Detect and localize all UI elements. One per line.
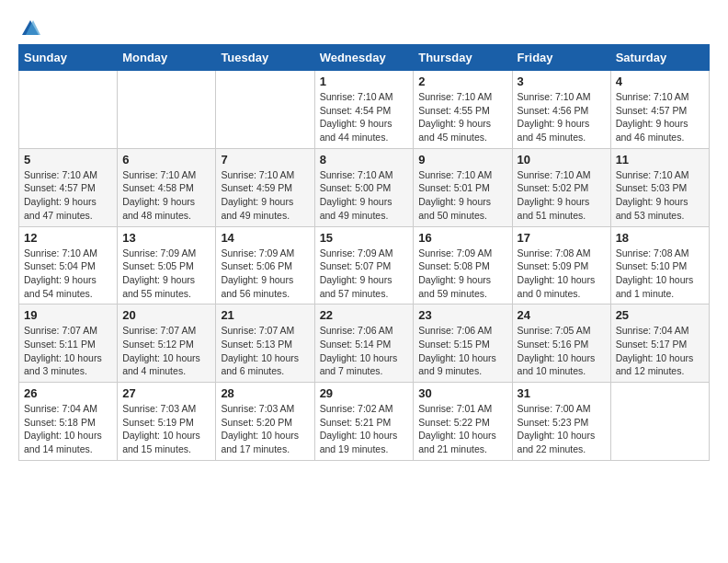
calendar-week-row: 1Sunrise: 7:10 AM Sunset: 4:54 PM Daylig…	[19, 71, 710, 149]
day-info: Sunrise: 7:10 AM Sunset: 4:54 PM Dayligh…	[320, 90, 409, 144]
day-info: Sunrise: 7:02 AM Sunset: 5:21 PM Dayligh…	[320, 402, 409, 456]
calendar-cell: 2Sunrise: 7:10 AM Sunset: 4:55 PM Daylig…	[414, 71, 512, 149]
day-info: Sunrise: 7:07 AM Sunset: 5:13 PM Dayligh…	[221, 324, 309, 378]
day-number: 19	[24, 308, 112, 322]
calendar-week-row: 12Sunrise: 7:10 AM Sunset: 5:04 PM Dayli…	[19, 226, 710, 304]
calendar-header-sunday: Sunday	[19, 45, 118, 71]
day-info: Sunrise: 7:10 AM Sunset: 5:00 PM Dayligh…	[320, 168, 409, 223]
calendar-cell: 20Sunrise: 7:07 AM Sunset: 5:12 PM Dayli…	[118, 304, 216, 383]
calendar-cell: 15Sunrise: 7:09 AM Sunset: 5:07 PM Dayli…	[314, 226, 414, 304]
day-info: Sunrise: 7:10 AM Sunset: 5:02 PM Dayligh…	[518, 168, 606, 223]
day-number: 9	[418, 153, 506, 167]
day-number: 11	[616, 153, 704, 167]
day-number: 13	[122, 231, 210, 245]
day-info: Sunrise: 7:04 AM Sunset: 5:18 PM Dayligh…	[24, 402, 112, 456]
day-info: Sunrise: 7:10 AM Sunset: 4:56 PM Dayligh…	[518, 90, 606, 144]
calendar-cell: 19Sunrise: 7:07 AM Sunset: 5:11 PM Dayli…	[19, 304, 118, 383]
calendar-cell: 7Sunrise: 7:10 AM Sunset: 4:59 PM Daylig…	[216, 148, 314, 226]
day-info: Sunrise: 7:10 AM Sunset: 5:03 PM Dayligh…	[616, 168, 704, 223]
day-number: 28	[221, 386, 309, 400]
day-info: Sunrise: 7:07 AM Sunset: 5:11 PM Dayligh…	[24, 324, 112, 378]
calendar-cell: 14Sunrise: 7:09 AM Sunset: 5:06 PM Dayli…	[216, 226, 314, 304]
day-number: 7	[221, 153, 309, 167]
day-info: Sunrise: 7:01 AM Sunset: 5:22 PM Dayligh…	[418, 402, 506, 456]
calendar-cell: 1Sunrise: 7:10 AM Sunset: 4:54 PM Daylig…	[314, 71, 414, 149]
day-number: 16	[418, 231, 506, 245]
day-number: 23	[418, 308, 506, 322]
day-number: 12	[24, 231, 112, 245]
calendar-header-monday: Monday	[118, 45, 216, 71]
calendar-cell: 5Sunrise: 7:10 AM Sunset: 4:57 PM Daylig…	[19, 148, 118, 226]
calendar-cell: 4Sunrise: 7:10 AM Sunset: 4:57 PM Daylig…	[610, 71, 709, 149]
day-info: Sunrise: 7:03 AM Sunset: 5:20 PM Dayligh…	[221, 402, 309, 456]
calendar-cell: 12Sunrise: 7:10 AM Sunset: 5:04 PM Dayli…	[19, 226, 118, 304]
day-info: Sunrise: 7:08 AM Sunset: 5:10 PM Dayligh…	[616, 247, 704, 301]
calendar-header-thursday: Thursday	[414, 45, 512, 71]
calendar-cell: 24Sunrise: 7:05 AM Sunset: 5:16 PM Dayli…	[512, 304, 610, 383]
day-number: 26	[24, 386, 112, 400]
day-info: Sunrise: 7:09 AM Sunset: 5:06 PM Dayligh…	[221, 247, 309, 301]
calendar-cell: 16Sunrise: 7:09 AM Sunset: 5:08 PM Dayli…	[414, 226, 512, 304]
day-info: Sunrise: 7:09 AM Sunset: 5:07 PM Dayligh…	[320, 247, 409, 301]
day-number: 17	[518, 231, 606, 245]
day-number: 29	[320, 386, 409, 400]
calendar-cell: 22Sunrise: 7:06 AM Sunset: 5:14 PM Dayli…	[314, 304, 414, 383]
calendar-cell: 30Sunrise: 7:01 AM Sunset: 5:22 PM Dayli…	[414, 383, 512, 461]
calendar-cell: 26Sunrise: 7:04 AM Sunset: 5:18 PM Dayli…	[19, 383, 118, 461]
day-number: 24	[518, 308, 606, 322]
calendar-cell: 28Sunrise: 7:03 AM Sunset: 5:20 PM Dayli…	[216, 383, 314, 461]
day-number: 2	[418, 75, 506, 88]
calendar-cell	[610, 383, 709, 461]
day-info: Sunrise: 7:10 AM Sunset: 4:57 PM Dayligh…	[616, 90, 704, 144]
day-number: 20	[122, 308, 210, 322]
calendar-cell: 18Sunrise: 7:08 AM Sunset: 5:10 PM Dayli…	[610, 226, 709, 304]
calendar-cell: 6Sunrise: 7:10 AM Sunset: 4:58 PM Daylig…	[118, 148, 216, 226]
calendar-cell	[216, 71, 314, 149]
calendar-cell: 31Sunrise: 7:00 AM Sunset: 5:23 PM Dayli…	[512, 383, 610, 461]
day-info: Sunrise: 7:10 AM Sunset: 5:01 PM Dayligh…	[418, 168, 506, 223]
day-number: 4	[616, 75, 704, 88]
calendar-cell: 8Sunrise: 7:10 AM Sunset: 5:00 PM Daylig…	[314, 148, 414, 226]
day-number: 14	[221, 231, 309, 245]
day-info: Sunrise: 7:00 AM Sunset: 5:23 PM Dayligh…	[518, 402, 606, 456]
day-info: Sunrise: 7:10 AM Sunset: 4:55 PM Dayligh…	[418, 90, 506, 144]
calendar-week-row: 5Sunrise: 7:10 AM Sunset: 4:57 PM Daylig…	[19, 148, 710, 226]
day-number: 18	[616, 231, 704, 245]
calendar-cell: 27Sunrise: 7:03 AM Sunset: 5:19 PM Dayli…	[118, 383, 216, 461]
day-info: Sunrise: 7:09 AM Sunset: 5:05 PM Dayligh…	[122, 247, 210, 301]
calendar-week-row: 26Sunrise: 7:04 AM Sunset: 5:18 PM Dayli…	[19, 383, 710, 461]
calendar-cell: 11Sunrise: 7:10 AM Sunset: 5:03 PM Dayli…	[610, 148, 709, 226]
calendar-header-wednesday: Wednesday	[314, 45, 414, 71]
day-info: Sunrise: 7:06 AM Sunset: 5:14 PM Dayligh…	[320, 324, 409, 378]
day-number: 31	[518, 386, 606, 400]
calendar-table: SundayMondayTuesdayWednesdayThursdayFrid…	[18, 44, 710, 461]
day-number: 30	[418, 386, 506, 400]
calendar-cell: 3Sunrise: 7:10 AM Sunset: 4:56 PM Daylig…	[512, 71, 610, 149]
day-number: 10	[518, 153, 606, 167]
calendar-cell: 13Sunrise: 7:09 AM Sunset: 5:05 PM Dayli…	[118, 226, 216, 304]
calendar-cell: 17Sunrise: 7:08 AM Sunset: 5:09 PM Dayli…	[512, 226, 610, 304]
day-number: 3	[518, 75, 606, 88]
calendar-week-row: 19Sunrise: 7:07 AM Sunset: 5:11 PM Dayli…	[19, 304, 710, 383]
calendar-cell: 21Sunrise: 7:07 AM Sunset: 5:13 PM Dayli…	[216, 304, 314, 383]
day-info: Sunrise: 7:09 AM Sunset: 5:08 PM Dayligh…	[418, 247, 506, 301]
calendar-header-friday: Friday	[512, 45, 610, 71]
day-info: Sunrise: 7:04 AM Sunset: 5:17 PM Dayligh…	[616, 324, 704, 378]
calendar-cell: 29Sunrise: 7:02 AM Sunset: 5:21 PM Dayli…	[314, 383, 414, 461]
day-info: Sunrise: 7:08 AM Sunset: 5:09 PM Dayligh…	[518, 247, 606, 301]
calendar-cell	[118, 71, 216, 149]
calendar-header-saturday: Saturday	[610, 45, 709, 71]
day-info: Sunrise: 7:03 AM Sunset: 5:19 PM Dayligh…	[122, 402, 210, 456]
calendar-cell: 25Sunrise: 7:04 AM Sunset: 5:17 PM Dayli…	[610, 304, 709, 383]
day-info: Sunrise: 7:10 AM Sunset: 5:04 PM Dayligh…	[24, 247, 112, 301]
calendar-cell: 9Sunrise: 7:10 AM Sunset: 5:01 PM Daylig…	[414, 148, 512, 226]
day-info: Sunrise: 7:06 AM Sunset: 5:15 PM Dayligh…	[418, 324, 506, 378]
calendar-header-tuesday: Tuesday	[216, 45, 314, 71]
day-info: Sunrise: 7:10 AM Sunset: 4:57 PM Dayligh…	[24, 168, 112, 223]
day-info: Sunrise: 7:07 AM Sunset: 5:12 PM Dayligh…	[122, 324, 210, 378]
day-number: 8	[320, 153, 409, 167]
day-number: 1	[320, 75, 409, 88]
day-info: Sunrise: 7:10 AM Sunset: 4:59 PM Dayligh…	[221, 168, 309, 223]
calendar-cell: 23Sunrise: 7:06 AM Sunset: 5:15 PM Dayli…	[414, 304, 512, 383]
page-header	[18, 18, 710, 35]
